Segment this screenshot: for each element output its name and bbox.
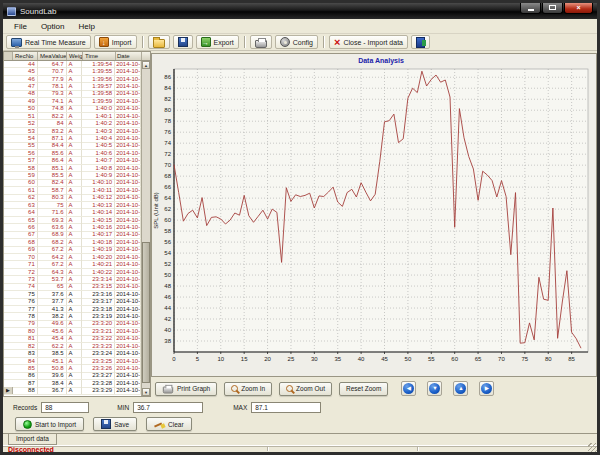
printer-icon [163,387,173,394]
scroll-down-icon[interactable]: ▼ [142,388,150,396]
max-label: MAX [233,404,247,411]
svg-text:65: 65 [475,356,482,362]
pan-left-button[interactable]: ◀ [401,381,416,396]
pan-down-button[interactable]: ▼ [427,381,442,396]
connection-status: Disconnected [3,446,54,453]
table-cell: 39.6 [38,372,67,379]
svg-text:60: 60 [164,217,171,223]
table-cell: A [67,61,83,68]
save-button[interactable]: Save [93,417,137,431]
table-cell: 1:40:14 [82,209,115,216]
svg-text:54: 54 [164,250,171,256]
table-cell: 80.3 [38,194,67,201]
table-cell: 86.4 [38,157,67,164]
table-cell: 64 [13,209,38,216]
table-cell: 53.7 [38,276,67,283]
table-cell: 52 [13,120,38,127]
table-cell: A [67,165,83,172]
col-time[interactable]: Time [83,52,116,60]
table-cell: 2014-10- [115,202,141,209]
min-field[interactable]: 36.7 [133,402,203,413]
title-bar[interactable]: SoundLab × [3,3,597,19]
maximize-button[interactable] [542,3,563,14]
table-cell: 2014-10- [115,209,141,216]
table-scrollbar[interactable]: ▲ ▼ [141,61,150,396]
table-cell: 54 [13,135,38,142]
clear-button[interactable]: Clear [146,417,192,431]
close-import-button[interactable]: × Close - Import data [329,35,408,49]
col-recno[interactable]: RecNo [13,52,38,60]
config-button[interactable]: Config [275,35,318,49]
row-header-corner [4,52,13,60]
table-cell: 23:3:23 [82,343,115,350]
menu-option[interactable]: Option [34,21,72,32]
pan-up-button[interactable]: ▲ [453,381,468,396]
table-cell: 2014-10- [115,68,141,75]
table-cell: A [67,142,83,149]
table-cell: 82 [13,343,38,350]
table-cell: 58 [13,165,38,172]
start-to-import-button[interactable]: Start to Import [15,417,84,431]
import-button[interactable]: ↓ Import [94,35,137,49]
print-graph-button[interactable]: Print Graph [155,382,217,396]
arrow-up-icon: ▲ [455,383,466,394]
table-cell: 57 [13,157,38,164]
monitor-icon [11,38,22,47]
table-cell: A [67,209,83,216]
max-field[interactable]: 87.1 [251,402,321,413]
table-row[interactable]: ▶8836.7A23:3:292014-10- [4,388,141,395]
print-button[interactable] [250,35,272,49]
table-cell: A [67,306,83,313]
minimize-button[interactable] [520,3,541,14]
window-title: SoundLab [20,7,56,16]
table-cell: 1:40:18 [82,239,115,246]
reset-zoom-button[interactable]: Reset Zoom [339,382,388,396]
table-cell: 2014-10- [115,179,141,186]
table-cell: 38.4 [38,380,67,387]
status-separator [417,447,418,451]
export-button[interactable]: → Export [196,35,239,49]
table-cell: 23:3:15 [82,283,115,290]
table-cell: 82.2 [38,113,67,120]
table-cell: A [67,217,83,224]
zoom-in-button[interactable]: Zoom In [224,382,272,396]
bottom-tab-strip: Import data [3,433,597,445]
green-dot-icon [23,420,32,429]
table-cell: 1:39:55 [82,68,115,75]
svg-text:25: 25 [288,356,295,362]
scroll-thumb[interactable] [142,242,150,383]
records-field[interactable]: 88 [41,402,89,413]
table-cell: 23:3:21 [82,328,115,335]
table-cell: 41.3 [38,306,67,313]
scroll-up-icon[interactable]: ▲ [142,61,150,69]
table-cell: 2014-10- [115,380,141,387]
table-cell: A [67,83,83,90]
resize-grip[interactable] [588,443,597,452]
menu-file[interactable]: File [7,21,34,32]
save-toolbar-button[interactable] [173,35,193,49]
col-meavalue[interactable]: MeaValue [38,52,67,60]
table-cell: 55 [13,142,38,149]
real-time-measure-button[interactable]: Real Time Measure [6,35,91,49]
svg-text:70: 70 [498,356,505,362]
table-cell: 2014-10- [115,335,141,342]
open-button[interactable] [148,35,170,49]
close-button[interactable]: × [564,3,593,14]
table-cell: A [67,128,83,135]
col-weigh[interactable]: Weigh [67,52,83,60]
svg-text:48: 48 [164,283,171,289]
exit-button[interactable] [411,35,430,49]
pan-right-button[interactable]: ▶ [479,381,494,396]
table-cell: 79 [13,320,38,327]
table-cell: 2014-10- [115,239,141,246]
table-cell: 2014-10- [115,157,141,164]
zoom-out-button[interactable]: Zoom Out [279,382,332,396]
row-selector[interactable]: ▶ [4,387,13,394]
col-date[interactable]: Date [116,52,142,60]
table-cell: 23:3:25 [82,358,115,365]
menu-help[interactable]: Help [71,21,101,32]
table-cell: 69.3 [38,217,67,224]
tab-import-data[interactable]: Import data [8,434,57,445]
table-cell: 23:3:28 [82,380,115,387]
table-cell: A [67,328,83,335]
